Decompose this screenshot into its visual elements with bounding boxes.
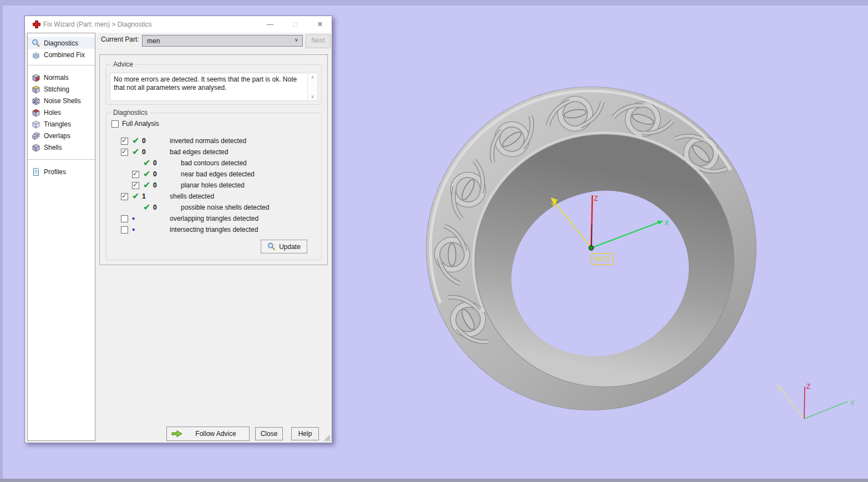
full-analysis-label: Full Analysis [122, 120, 159, 128]
current-part-value: men [147, 37, 160, 45]
diagnostics-panel: Advice No more errors are detected. It s… [99, 54, 328, 265]
viewport-top-edge [0, 0, 868, 6]
sidebar-item-label: Combined Fix [44, 51, 85, 59]
row-count: 0 [153, 204, 177, 211]
row-checkbox[interactable]: ✓ [132, 171, 139, 178]
follow-advice-button[interactable]: Follow Advice [166, 427, 250, 441]
next-button[interactable]: Next [306, 34, 331, 48]
row-label: shells detected [170, 192, 214, 200]
sidebar-item-profiles[interactable]: Profiles [28, 166, 95, 177]
sidebar-item-noise-shells[interactable]: Noise Shells [28, 95, 95, 106]
checkbox-check-icon: ✓ [133, 181, 138, 189]
scroll-up-icon[interactable]: ∧ [308, 74, 317, 80]
sidebar-item-holes[interactable]: Holes [28, 106, 95, 118]
viewport-bottom-edge [0, 479, 868, 482]
document-icon [32, 168, 40, 176]
cube-red-side-icon [32, 73, 40, 82]
row-count: 0 [153, 181, 177, 189]
resize-grip[interactable] [323, 434, 331, 442]
diagnostic-row-overlapping-triangles: • overlapping triangles detected [106, 213, 321, 224]
blue-dot-icon: • [132, 225, 135, 234]
row-checkbox[interactable] [121, 226, 128, 234]
blue-dot-icon: • [132, 214, 135, 223]
row-count: 0 [153, 170, 177, 178]
diagnostics-groupbox: Diagnostics Full Analysis ✓ ✔ 0 inverted… [106, 113, 322, 260]
cube-double-icon [32, 131, 40, 140]
advice-group-label: Advice [111, 60, 135, 68]
red-cross-app-icon [32, 20, 41, 29]
diagnostic-row-shells: ✓ ✔ 1 shells detected [106, 191, 321, 202]
wcs-label: WCS [595, 255, 610, 263]
sidebar-item-label: Overlaps [44, 132, 70, 140]
full-analysis-row: Full Analysis [111, 120, 159, 128]
diagnostics-group-label: Diagnostics [111, 109, 150, 116]
row-checkbox[interactable]: ✓ [121, 138, 128, 145]
wcs-x-axis-label: X [664, 219, 669, 227]
cube-yellow-top-icon [32, 85, 40, 94]
current-part-label: Current Part: [101, 35, 139, 43]
green-check-icon: ✔ [132, 136, 139, 145]
row-label: overlapping triangles detected [170, 215, 258, 222]
sidebar-item-label: Noise Shells [44, 97, 81, 105]
sidebar-item-label: Shells [44, 144, 62, 151]
sidebar-item-overlaps[interactable]: Overlaps [28, 130, 95, 141]
checkbox-check-icon: ✓ [121, 136, 127, 144]
update-button-label: Update [279, 243, 301, 251]
checkbox-check-icon: ✓ [121, 192, 127, 200]
advice-scrollbar[interactable]: ∧ ∨ [307, 73, 318, 101]
sidebar-item-triangles[interactable]: Triangles [28, 118, 95, 130]
row-label: bad contours detected [181, 159, 247, 167]
diagnostic-row-near-bad-edges: ✓ ✔ 0 near bad edges detected [106, 169, 321, 180]
triad-y-label: Y [778, 385, 782, 393]
diagnostic-row-intersecting-triangles: • intersecting triangles detected [106, 224, 321, 235]
diagnostic-row-bad-contours: ✔ 0 bad contours detected [106, 158, 321, 169]
cube-wireframe-icon [32, 120, 40, 129]
chevron-down-icon: ∨ [295, 37, 298, 43]
sidebar-item-label: Diagnostics [44, 39, 78, 47]
current-part-dropdown[interactable]: men ∨ [142, 35, 303, 47]
diagnostic-row-planar-holes: ✓ ✔ 0 planar holes detected [106, 180, 321, 191]
dialog-title: Fix Wizard (Part: men) > Diagnostics [43, 21, 152, 28]
green-check-icon: ✔ [143, 180, 150, 190]
full-analysis-checkbox[interactable] [111, 120, 119, 128]
green-check-icon: ✔ [132, 191, 139, 201]
row-count: 0 [142, 137, 166, 145]
dialog-titlebar[interactable]: Fix Wizard (Part: men) > Diagnostics — □… [25, 16, 332, 33]
minimize-button[interactable]: — [261, 17, 279, 32]
maximize-button[interactable]: □ [286, 17, 304, 32]
sidebar-separator [28, 159, 95, 160]
green-check-icon: ✔ [143, 202, 150, 212]
close-button[interactable]: Close [255, 427, 283, 440]
sidebar-item-normals[interactable]: Normals [28, 72, 95, 83]
row-checkbox[interactable]: ✓ [121, 149, 128, 156]
row-checkbox[interactable] [121, 215, 128, 222]
sidebar-item-label: Holes [44, 109, 61, 116]
row-checkbox[interactable]: ✓ [121, 193, 128, 200]
cube-dots-icon [32, 97, 40, 105]
scroll-down-icon[interactable]: ∨ [308, 94, 317, 99]
stacked-sheets-icon [32, 50, 40, 59]
help-button[interactable]: Help [291, 427, 319, 440]
row-checkbox[interactable]: ✓ [132, 182, 139, 189]
sidebar-item-diagnostics[interactable]: Diagnostics [28, 37, 95, 49]
fix-wizard-dialog: Fix Wizard (Part: men) > Diagnostics — □… [24, 16, 332, 443]
magnifier-icon [267, 242, 276, 251]
triad-z-label: Z [806, 383, 810, 390]
close-window-button[interactable]: × [311, 17, 329, 32]
sidebar-item-label: Normals [44, 74, 69, 82]
row-count: 0 [142, 148, 166, 156]
sidebar-item-stitching[interactable]: Stitching [28, 83, 95, 95]
sidebar-item-combined-fix[interactable]: Combined Fix [28, 49, 95, 60]
sidebar-separator [28, 65, 95, 65]
diagnostic-row-possible-noise-shells: ✔ 0 possible noise shells detected [106, 202, 321, 213]
cube-red-top-icon [32, 108, 40, 117]
diagnostic-row-bad-edges: ✓ ✔ 0 bad edges detected [106, 146, 321, 158]
sidebar-item-shells[interactable]: Shells [28, 141, 95, 153]
wcs-y-axis-label: Y [551, 202, 556, 210]
wizard-sidebar: Diagnostics Combined Fix Normals [27, 33, 95, 441]
update-button[interactable]: Update [261, 240, 307, 253]
checkbox-check-icon: ✓ [121, 148, 127, 155]
wcs-z-axis-label: Z [594, 195, 598, 202]
row-label: intersecting triangles detected [170, 226, 258, 234]
row-label: bad edges detected [170, 148, 228, 156]
